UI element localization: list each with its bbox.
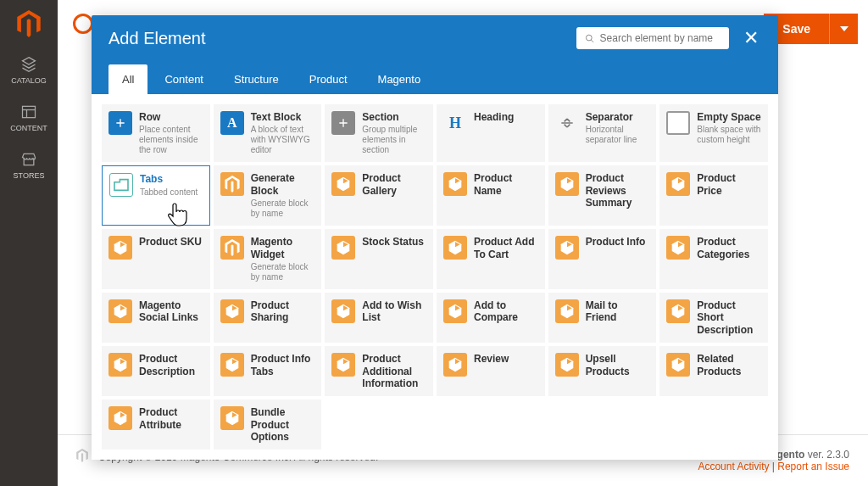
element-title: Tabs — [140, 173, 198, 185]
element-product-info[interactable]: Product Info — [548, 229, 657, 289]
sidebar-item-label: STORES — [14, 171, 45, 180]
box-icon — [331, 172, 355, 196]
save-dropdown-button[interactable] — [829, 14, 858, 44]
element-related-products[interactable]: Related Products — [659, 346, 768, 396]
element-title: Related Products — [697, 353, 761, 377]
element-section[interactable]: SectionGroup multiple elements in sectio… — [325, 104, 433, 162]
box-icon — [220, 299, 244, 323]
report-issue-link[interactable]: Report an Issue — [777, 461, 849, 472]
modal-tabs: AllContentStructureProductMagento — [108, 64, 761, 94]
element-title: Magento Social Links — [139, 299, 203, 324]
element-title: Separator — [586, 111, 650, 123]
search-icon — [585, 33, 595, 44]
account-activity-link[interactable]: Account Activity — [698, 461, 769, 472]
element-desc: A block of text with WYSIWYG editor — [251, 125, 315, 155]
box-icon — [443, 353, 467, 377]
element-title: Product Description — [139, 353, 203, 377]
element-title: Product Short Description — [697, 299, 761, 336]
element-product-info-tabs[interactable]: Product Info Tabs — [214, 346, 322, 396]
element-desc: Generate block by name — [251, 262, 315, 282]
element-title: Row — [139, 111, 203, 123]
tab-all[interactable]: All — [108, 64, 147, 94]
sidebar-item-label: CONTENT — [10, 124, 47, 132]
tab-structure[interactable]: Structure — [220, 64, 292, 94]
tab-product[interactable]: Product — [296, 64, 361, 94]
element-title: Heading — [474, 111, 514, 123]
element-title: Product Add To Cart — [474, 236, 538, 260]
element-title: Bundle Product Options — [251, 406, 315, 443]
box-icon — [666, 299, 690, 323]
tab-content[interactable]: Content — [151, 64, 217, 94]
m-icon — [220, 172, 244, 196]
box-icon — [555, 353, 579, 377]
svg-line-4 — [591, 39, 593, 42]
element-desc: Horizontal separator line — [586, 125, 650, 145]
element-title: Upsell Products — [586, 353, 650, 377]
box-icon — [220, 353, 244, 377]
element-title: Product Info — [586, 236, 646, 248]
close-icon[interactable]: ✕ — [741, 27, 761, 49]
element-title: Empty Space — [697, 111, 761, 123]
element-heading[interactable]: HHeading — [437, 104, 545, 162]
element-desc: Place content elements inside the row — [139, 125, 203, 155]
element-row[interactable]: RowPlace content elements inside the row — [102, 104, 210, 162]
element-product-additional-information[interactable]: Product Additional Information — [325, 346, 433, 396]
element-title: Stock Status — [362, 236, 424, 248]
element-title: Product Sharing — [251, 299, 315, 324]
element-text-block[interactable]: AText BlockA block of text with WYSIWYG … — [214, 104, 322, 162]
box-icon — [108, 236, 132, 260]
element-generate-block[interactable]: Generate BlockGenerate block by name — [214, 165, 322, 226]
element-product-attribute[interactable]: Product Attribute — [102, 399, 210, 450]
box-icon — [443, 299, 467, 323]
element-magento-widget[interactable]: Magento WidgetGenerate block by name — [214, 229, 322, 289]
element-product-sharing[interactable]: Product Sharing — [214, 293, 322, 343]
elements-grid: RowPlace content elements inside the row… — [102, 104, 768, 450]
m-icon — [220, 236, 244, 260]
element-desc: Group multiple elements in section — [362, 125, 426, 155]
outline-icon — [666, 111, 690, 135]
element-product-price[interactable]: Product Price — [659, 165, 768, 226]
element-title: Product Additional Information — [362, 353, 426, 389]
element-review[interactable]: Review — [437, 346, 545, 396]
box-icon — [555, 172, 579, 196]
add-element-modal: Add Element ✕ AllContentStructureProduct… — [92, 15, 778, 460]
element-product-name[interactable]: Product Name — [437, 165, 545, 226]
box-icon — [666, 353, 690, 377]
element-product-description[interactable]: Product Description — [102, 346, 210, 396]
element-empty-space[interactable]: Empty SpaceBlank space with custom heigh… — [659, 104, 768, 162]
sidebar-item-label: CATALOG — [11, 76, 47, 85]
search-input[interactable] — [600, 32, 721, 44]
element-product-reviews-summary[interactable]: Product Reviews Summary — [548, 165, 657, 226]
element-tabs[interactable]: TabsTabbed content — [102, 165, 210, 226]
sidebar-item-content[interactable]: CONTENT — [10, 103, 47, 132]
element-mail-to-friend[interactable]: Mail to Friend — [548, 293, 657, 343]
admin-sidebar: CATALOG CONTENT STORES — [0, 0, 58, 486]
element-product-add-to-cart[interactable]: Product Add To Cart — [437, 229, 545, 289]
box-icon — [331, 353, 355, 377]
element-separator[interactable]: SeparatorHorizontal separator line — [548, 104, 657, 162]
box-icon — [108, 406, 132, 430]
sidebar-item-stores[interactable]: STORES — [14, 151, 45, 180]
magento-logo-icon[interactable] — [12, 7, 46, 41]
element-product-short-description[interactable]: Product Short Description — [659, 293, 768, 343]
element-product-gallery[interactable]: Product Gallery — [325, 165, 433, 226]
element-product-sku[interactable]: Product SKU — [102, 229, 210, 289]
element-upsell-products[interactable]: Upsell Products — [548, 346, 657, 396]
element-title: Product Reviews Summary — [586, 172, 650, 209]
element-stock-status[interactable]: Stock Status — [325, 229, 433, 289]
element-add-to-wish-list[interactable]: Add to Wish List — [325, 293, 433, 343]
modal-title: Add Element — [108, 29, 206, 48]
element-title: Mail to Friend — [586, 299, 650, 324]
box-icon — [666, 236, 690, 260]
element-bundle-product-options[interactable]: Bundle Product Options — [214, 399, 322, 450]
plus-icon — [108, 111, 132, 135]
element-add-to-compare[interactable]: Add to Compare — [437, 293, 545, 343]
search-input-wrap[interactable] — [576, 27, 729, 49]
element-magento-social-links[interactable]: Magento Social Links — [102, 293, 210, 343]
sidebar-item-catalog[interactable]: CATALOG — [11, 56, 47, 85]
box-icon — [666, 172, 690, 196]
element-title: Product Name — [474, 172, 538, 197]
tab-magento[interactable]: Magento — [364, 64, 435, 94]
element-product-categories[interactable]: Product Categories — [659, 229, 768, 289]
box-icon — [331, 299, 355, 323]
